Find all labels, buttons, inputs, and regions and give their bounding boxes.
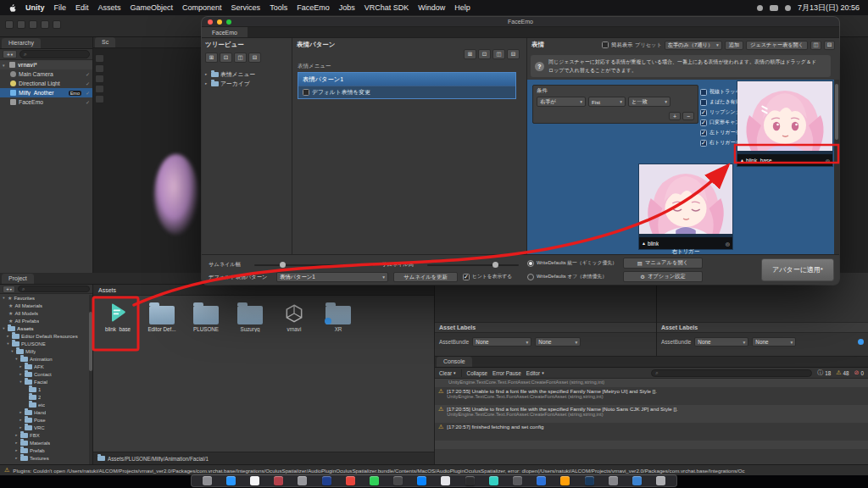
dock-app-icon[interactable] — [560, 476, 570, 485]
asset-folder[interactable]: PLUSONE — [184, 299, 228, 332]
asset-blink-base[interactable]: blink_base — [96, 299, 140, 332]
visibility-check-icon[interactable]: ✓ — [86, 71, 90, 77]
tree-row[interactable]: 2 — [0, 393, 92, 401]
tree-row[interactable]: ▸AFK — [0, 363, 92, 370]
visibility-check-icon[interactable]: ✓ — [86, 90, 90, 96]
menubar-clock[interactable]: 7月13日(日) 20:56 — [798, 3, 860, 14]
asset-labels-header[interactable]: Asset Labels — [657, 322, 868, 333]
scene-tool-icon[interactable] — [95, 95, 104, 103]
create-asset-button[interactable]: +▾ — [3, 286, 15, 293]
foldout-icon[interactable]: ▸ — [205, 72, 209, 76]
menu-item-unity[interactable]: Unity — [25, 3, 45, 12]
scene-tab[interactable]: Sc — [95, 37, 115, 47]
delete-button[interactable]: ⊟ — [248, 53, 261, 63]
menu-item-faceemo[interactable]: FaceEmo — [297, 3, 330, 12]
menu-item-window[interactable]: Window — [418, 3, 445, 12]
dock-app-icon[interactable] — [417, 476, 426, 485]
scrollbar[interactable] — [89, 295, 92, 464]
visibility-check-icon[interactable]: ✓ — [86, 80, 90, 86]
hierarchy-item-milfy-another[interactable]: Milfy_Another Emo ✓ — [0, 88, 92, 97]
tree-row[interactable]: ▾Milfy — [0, 347, 92, 355]
tree-item-expression-menu[interactable]: ▸ 表情メニュー — [205, 69, 288, 79]
status-icon[interactable] — [757, 5, 763, 11]
assetbundle-select[interactable]: None▾ — [694, 337, 748, 347]
assetbundle-variant-select[interactable]: None▾ — [535, 337, 581, 347]
warning-count[interactable]: ⚠48 — [836, 369, 849, 376]
dock-app-icon[interactable] — [585, 476, 594, 485]
options-button[interactable]: ⚙オプション設定 — [623, 271, 703, 282]
delete-expression-button[interactable]: ⊟ — [824, 41, 835, 50]
toggle-blink[interactable]: まばたき有効 — [700, 98, 741, 106]
tree-row[interactable]: ▾Animation — [0, 355, 92, 363]
expression-thumbnail-blink[interactable]: ▲ blink ◎ — [639, 164, 732, 249]
add-preset-button[interactable]: 追加 — [725, 41, 743, 50]
condition-match-select[interactable]: と一致▾ — [628, 97, 670, 107]
scene-row[interactable]: ▾ vrnavi* — [0, 60, 92, 69]
menu-item-help[interactable]: Help — [454, 3, 470, 12]
tree-row[interactable]: etc — [0, 401, 92, 408]
open-gesture-table-button[interactable]: ジェスチャー表を開く — [746, 41, 808, 50]
asset-scene[interactable]: vrnavi — [272, 299, 316, 332]
battery-icon[interactable] — [770, 5, 778, 11]
dock-app-icon[interactable] — [609, 476, 618, 485]
menu-item-file[interactable]: File — [54, 3, 67, 12]
copy-button[interactable]: ◫ — [234, 53, 247, 63]
add-condition-button[interactable]: + — [669, 112, 681, 120]
tool-hand-icon[interactable] — [5, 20, 14, 29]
visibility-check-icon[interactable]: ✓ — [86, 99, 90, 105]
scene-tool-icon[interactable] — [95, 54, 104, 63]
menu-item-vrchat-sdk[interactable]: VRChat SDK — [364, 3, 409, 12]
dock-app-icon[interactable] — [465, 476, 475, 485]
new-pattern-group-button[interactable]: ⊡ — [478, 49, 491, 59]
favorite-all-prefabs[interactable]: ★All Prefabs — [0, 317, 92, 324]
scene-tool-icon[interactable] — [95, 85, 104, 93]
menu-item-component[interactable]: Component — [182, 3, 222, 12]
condition-hand-select[interactable]: 右手が▾ — [537, 97, 586, 107]
dock-app-icon[interactable] — [274, 476, 283, 485]
default-pattern-select[interactable]: 表情パターン1▾ — [276, 272, 388, 282]
pattern-item-selected[interactable]: 表情パターン1 — [298, 73, 515, 86]
console-search-input[interactable]: ⌕ — [651, 369, 812, 377]
dock-app-icon[interactable] — [393, 476, 403, 485]
favorite-all-materials[interactable]: ★All Materials — [0, 302, 92, 309]
target-icon[interactable]: ◎ — [726, 241, 730, 247]
project-tab[interactable]: Project — [2, 274, 34, 284]
tree-row[interactable]: ▸Contact — [0, 370, 92, 378]
scene-tool-icon[interactable] — [95, 75, 104, 83]
delete-pattern-button[interactable]: ⊟ — [507, 49, 520, 59]
assetbundle-select[interactable]: None▾ — [472, 337, 531, 347]
dock-app-icon[interactable] — [370, 476, 379, 485]
dock-trash-icon[interactable] — [656, 476, 665, 485]
assetbundle-variant-select[interactable]: None▾ — [752, 337, 796, 347]
error-pause-toggle[interactable]: Error Pause — [492, 370, 521, 376]
clear-button[interactable]: Clear▾ — [439, 370, 456, 376]
copy-pattern-button[interactable]: ◫ — [492, 49, 505, 59]
tree-row[interactable]: ▸FBX — [0, 431, 92, 439]
asset-folder[interactable]: Editor Def... — [140, 299, 184, 332]
asset-labels-header[interactable]: Asset Labels — [435, 322, 656, 333]
apple-icon[interactable] — [8, 3, 16, 13]
favorites-header[interactable]: ▾★ Favorites — [0, 294, 92, 302]
open-manual-button[interactable]: ▤マニュアルを開く — [623, 258, 703, 269]
menu-item-tools[interactable]: Tools — [270, 3, 287, 12]
scrollbar[interactable] — [834, 80, 839, 254]
thumbnail-width-slider[interactable] — [254, 264, 373, 266]
dock-app-icon[interactable] — [513, 476, 522, 485]
expression-thumbnail-blink-base[interactable]: ▲ blink_base ◎ — [737, 81, 832, 166]
collapse-toggle[interactable]: Collapse — [467, 370, 488, 376]
console-row[interactable]: ⚠ [17:20:55] Unable to find a font file … — [435, 405, 868, 423]
favorite-all-models[interactable]: ★All Models — [0, 309, 92, 317]
dock-app-icon[interactable] — [489, 476, 498, 485]
tree-row[interactable]: ▾Facial — [0, 378, 92, 385]
writedefaults-unified-radio[interactable]: WriteDefaults 統一（ギミック優先） — [527, 259, 617, 267]
hierarchy-item-directional-light[interactable]: Directional Light ✓ — [0, 79, 92, 88]
asset-folder-xr[interactable]: XR — [316, 299, 360, 332]
dock-app-icon[interactable] — [250, 476, 259, 485]
tree-row[interactable]: ▸VRC — [0, 424, 92, 431]
hierarchy-search-input[interactable]: ⌕ — [19, 50, 90, 58]
hierarchy-item-faceemo[interactable]: FaceEmo ✓ — [0, 97, 92, 107]
new-menu-button[interactable]: ⊞ — [205, 53, 218, 63]
editor-dropdown[interactable]: Editor▾ — [526, 370, 544, 376]
tree-row[interactable]: ▸Pose — [0, 416, 92, 424]
error-count[interactable]: ⊘0 — [854, 369, 864, 376]
